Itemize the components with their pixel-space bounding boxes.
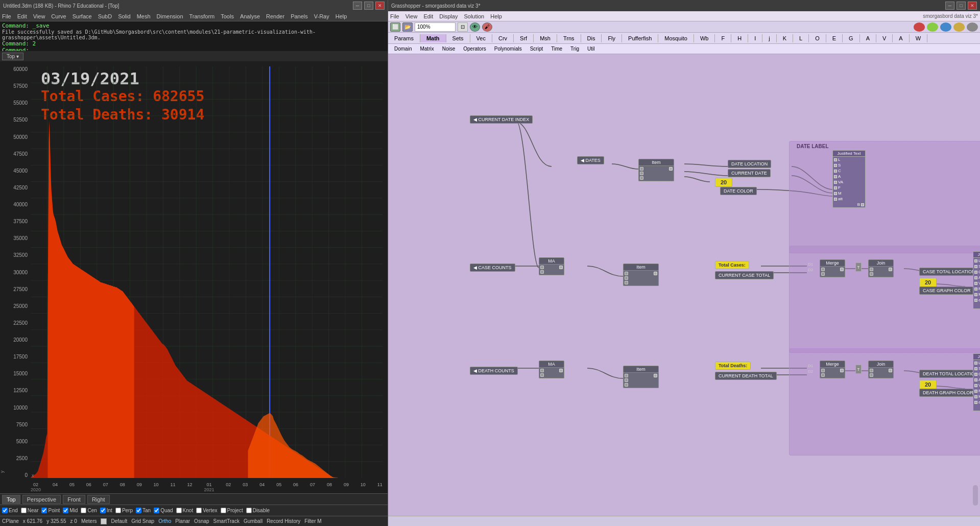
menu-render[interactable]: Render [266,13,284,19]
justified-text-cases[interactable]: Justified Text L S C A VA F M att B [973,251,980,309]
join-node-cases[interactable]: Join [868,259,894,277]
subtab-util[interactable]: Util [583,45,599,52]
viewport-tab-top[interactable]: Top ▾ [2,53,23,60]
death-counts-node[interactable]: ◀ DEATH COUNTS [470,367,518,375]
gh-toolbar-new[interactable]: ⬜ [390,22,400,32]
date-location-label[interactable]: DATE LOCATION [728,160,771,168]
viewport-area[interactable]: 60000 57500 55000 52500 50000 47500 4500… [0,61,388,493]
menu-help[interactable]: Help [336,13,347,19]
gh-toolbar-circle-gray[interactable] [967,22,978,32]
merge-node-deaths[interactable]: Merge [820,361,845,378]
case-total-location-label[interactable]: CASE TOTAL LOCATION [919,268,979,276]
subtab-matrix[interactable]: Matrix [416,45,438,52]
view-tab-front[interactable]: Front [63,495,85,504]
subtab-operators[interactable]: Operators [459,45,490,52]
menu-transform[interactable]: Transform [189,13,215,19]
gh-maximize[interactable]: □ [957,2,966,10]
tab-j[interactable]: j [762,34,776,42]
gh-toolbar-open[interactable]: 📂 [402,22,413,32]
gh-toolbar-circle-green[interactable] [927,22,938,32]
tab-k[interactable]: K [777,34,793,42]
gh-menu-display[interactable]: Display [439,13,458,19]
subtab-trig[interactable]: Trig [566,45,583,52]
item-node-deaths[interactable]: Item [623,366,659,388]
gh-menu-view[interactable]: View [405,13,418,19]
current-date-index-node[interactable]: ◀ CURRENT DATE INDEX [470,115,533,124]
zoom-input[interactable]: 100% [415,22,456,32]
menu-vray[interactable]: V-Ray [314,13,329,19]
tab-f[interactable]: F [715,34,731,42]
snap-cen[interactable]: Cen [81,508,97,513]
tab-h[interactable]: H [731,34,748,42]
gh-canvas[interactable]: DATE LABEL ◀ CURRENT DATE INDEX ◀ DATES … [388,54,980,516]
subtab-polynomials[interactable]: Polynomials [490,45,526,52]
zoom-fit[interactable]: ⊡ [458,22,468,32]
date-color-label[interactable]: DATE COLOR [720,187,757,195]
snap-point[interactable]: Point [41,508,60,513]
snap-vertex[interactable]: Vertex [196,508,217,513]
item-node-dates[interactable]: Item [638,159,674,181]
gh-menu-edit[interactable]: Edit [423,13,433,19]
snap-knot[interactable]: Knot [176,508,194,513]
gh-menu-help[interactable]: Help [490,13,502,19]
menu-edit[interactable]: Edit [17,13,27,19]
merge-node-cases[interactable]: Merge [820,259,845,277]
view-tab-right[interactable]: Right [87,495,110,504]
date-number-node[interactable]: 20 [715,178,732,187]
tab-w[interactable]: W [910,34,927,42]
tab-a2[interactable]: A [893,34,909,42]
view-tab-perspective[interactable]: Perspective [22,495,61,504]
gh-win-controls[interactable]: ─ □ ✕ [945,2,977,10]
rhino-win-controls[interactable]: ─ □ ✕ [353,2,385,10]
menu-surface[interactable]: Surface [73,13,92,19]
justified-text-deaths[interactable]: Justified Text L S C A VA F M att B [973,353,980,411]
menu-dimension[interactable]: Dimension [157,13,183,19]
join-node-deaths[interactable]: Join [868,361,894,378]
ma-node-cases[interactable]: MA [539,257,564,275]
menu-panels[interactable]: Panels [291,13,308,19]
subtab-domain[interactable]: Domain [390,45,416,52]
menu-subd[interactable]: SubD [98,13,112,19]
case-graph-color-label[interactable]: CASE GRAPH COLOR [919,286,974,295]
gh-eye-button[interactable]: 👁 [470,22,480,32]
snap-project[interactable]: Project [221,508,243,513]
restore-button[interactable]: □ [364,2,373,10]
tab-mosquito[interactable]: Mosquito [658,34,694,42]
death-number-node[interactable]: 20 [919,380,937,389]
case-number-node[interactable]: 20 [919,278,937,287]
snap-disable[interactable]: Disable [246,508,270,513]
subtab-noise[interactable]: Noise [438,45,460,52]
tab-pufferfish[interactable]: Pufferfish [622,34,658,42]
tab-fly[interactable]: Fly [602,34,622,42]
tab-msh[interactable]: Msh [534,34,557,42]
gh-toolbar-circle-red[interactable] [914,22,925,32]
gh-menu-solution[interactable]: Solution [464,13,484,19]
view-tab-top[interactable]: Top [2,495,20,504]
tab-e[interactable]: E [826,34,843,42]
dates-node[interactable]: ◀ DATES [577,156,604,164]
tab-sets[interactable]: Sets [446,34,470,42]
total-deaths-label-node[interactable]: Total Deaths: [715,362,751,370]
death-graph-color-label[interactable]: DEATH GRAPH COLOR [919,389,977,397]
tab-dis[interactable]: Dis [581,34,602,42]
snap-quad[interactable]: Quad [154,508,173,513]
tab-vec[interactable]: Vec [470,34,492,42]
gh-toolbar-circle-blue[interactable] [940,22,951,32]
tab-params[interactable]: Params [388,34,420,42]
menu-analyse[interactable]: Analyse [240,13,260,19]
tab-g[interactable]: G [843,34,860,42]
current-date-label[interactable]: CURRENT DATE [728,169,771,177]
menu-mesh[interactable]: Mesh [137,13,151,19]
snap-end[interactable]: End [2,508,18,513]
justified-text-dates[interactable]: Justified Text L S C A VA F M att B [832,150,866,208]
subtab-time[interactable]: Time [547,45,566,52]
tab-crv[interactable]: Crv [492,34,514,42]
current-death-total-node[interactable]: CURRENT DEATH TOTAL [715,372,777,380]
gh-minimize[interactable]: ─ [945,2,954,10]
gh-paint-button[interactable]: 🖌 [482,22,492,32]
ma-node-deaths[interactable]: MA [539,361,564,378]
tab-l[interactable]: L [793,34,809,42]
menu-file[interactable]: File [2,13,11,19]
snap-perp[interactable]: Perp [115,508,133,513]
item-node-cases[interactable]: Item [623,264,659,286]
